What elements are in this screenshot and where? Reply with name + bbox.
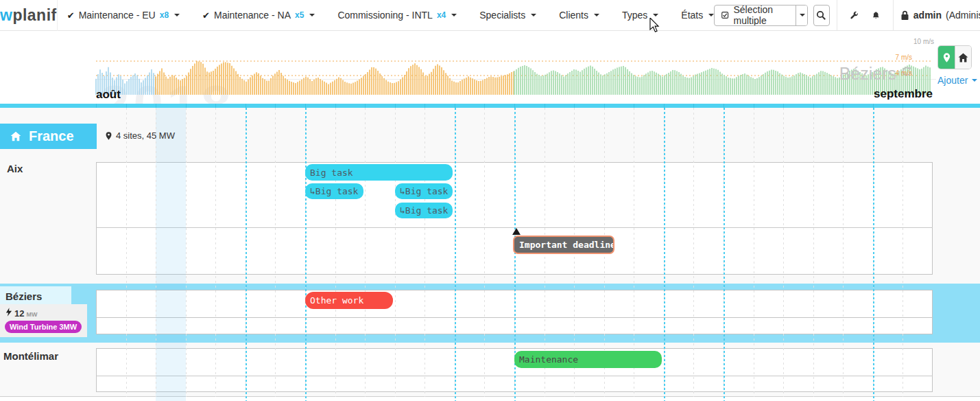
range-bar-tick	[604, 104, 605, 108]
day-grid-line	[813, 108, 814, 397]
station-name: Béziers	[839, 64, 896, 83]
task-big-sub-2[interactable]: ↳Big task	[395, 183, 453, 199]
add-label: Ajouter	[937, 75, 968, 86]
timeline-header: 2018 Béziers 10 m/s 7 m/s 4 m/s août sep…	[0, 31, 980, 108]
home-view-button[interactable]	[955, 46, 971, 69]
task-maintenance[interactable]: Maintenance	[514, 351, 662, 368]
weekend-guide-line	[873, 108, 874, 401]
bell-icon[interactable]	[872, 10, 880, 21]
map-view-button[interactable]	[938, 46, 955, 69]
nav-menu-label: Clients	[559, 10, 588, 21]
nav-menu-label: Maintenance - NA	[214, 10, 291, 21]
chevron-down-icon	[800, 14, 805, 16]
day-grid-line	[335, 108, 336, 397]
day-grid-line	[783, 108, 784, 397]
range-bar-tick	[335, 104, 336, 108]
search-button[interactable]	[813, 5, 830, 26]
nav-menu-clients[interactable]: Clients	[559, 10, 599, 21]
task-big-parent[interactable]: Big task	[305, 164, 453, 181]
task-big-sub-3[interactable]: ↳Big task	[395, 203, 453, 218]
range-bar-tick	[693, 104, 694, 108]
map-pin-icon	[105, 131, 112, 141]
nav-menu-label: Specialists	[479, 10, 525, 21]
task-big-sub-1[interactable]: ↳Big task	[305, 183, 363, 199]
range-bar-tick	[903, 104, 903, 108]
range-bar-tick	[156, 104, 156, 108]
app-logo[interactable]: wplanif	[0, 0, 58, 31]
nav-menu-specialists[interactable]: Specialists	[479, 10, 536, 21]
navbar: wplanif ✔Maintenance - EUx8✔Maintenance …	[0, 0, 980, 31]
add-button[interactable]: Ajouter	[937, 75, 977, 86]
group-summary: 4 sites, 45 MW	[105, 130, 175, 141]
nav-menu-label: États	[681, 10, 703, 21]
range-bar-tick	[484, 104, 485, 108]
chevron-down-icon	[451, 14, 457, 16]
weekend-guide-line	[305, 108, 307, 401]
nav-menu-count: x5	[295, 10, 304, 20]
chevron-down-icon	[708, 14, 714, 16]
group-header-france[interactable]: France	[0, 124, 97, 149]
nav-menu--tats[interactable]: États	[681, 10, 714, 21]
day-grid-line	[156, 108, 156, 397]
day-grid-line	[484, 108, 485, 397]
turbine-type-badge[interactable]: Wind Turbine 3MW	[5, 321, 82, 333]
deadline-marker-icon	[512, 228, 521, 235]
map-pin-icon	[942, 52, 951, 63]
day-grid-line	[903, 108, 903, 397]
row-title-beziers: Béziers	[5, 290, 42, 302]
nav-menus: ✔Maintenance - EUx8✔Maintenance - NAx5Co…	[67, 10, 714, 21]
range-bar-tick	[514, 104, 515, 108]
multi-select-label: Sélection multiple	[734, 5, 789, 26]
nav-divider	[837, 0, 837, 30]
group-name: France	[29, 128, 74, 144]
logo-rest: planif	[12, 6, 56, 25]
capacity-value: 12	[14, 308, 24, 319]
range-bar-tick	[215, 104, 216, 108]
day-grid-line	[275, 108, 276, 397]
timeline-range-bar[interactable]	[0, 104, 980, 108]
range-bar-tick	[246, 104, 246, 108]
nav-menu-commissioning-intl[interactable]: Commissioning - INTLx4	[337, 10, 457, 21]
nav-menu-maintenance-na[interactable]: ✔Maintenance - NAx5	[202, 10, 315, 21]
chevron-down-icon	[972, 79, 977, 82]
day-grid-line	[126, 108, 127, 397]
range-bar-tick	[365, 104, 366, 108]
day-grid-line	[395, 108, 396, 397]
range-bar-tick	[455, 104, 455, 108]
range-bar-tick	[664, 104, 665, 108]
checkbox-checked-icon	[721, 10, 728, 20]
month-label-august: août	[96, 88, 121, 102]
range-bar-tick	[275, 104, 276, 108]
range-bar-tick	[754, 104, 754, 108]
multi-select-split-button: Sélection multiple	[714, 5, 808, 26]
nav-menu-maintenance-eu[interactable]: ✔Maintenance - EUx8	[67, 10, 180, 21]
task-important-deadline[interactable]: Important deadline	[513, 236, 614, 254]
nav-divider	[893, 0, 894, 30]
wrench-icon[interactable]	[850, 10, 859, 21]
range-bar-tick	[574, 104, 575, 108]
today-column-highlight	[156, 108, 186, 401]
user-menu[interactable]: admin (Administrator)	[900, 10, 980, 21]
observed-wind	[156, 61, 514, 95]
weekend-guide-line	[664, 108, 665, 401]
wplanif-app: wplanif ✔Maintenance - EUx8✔Maintenance …	[0, 0, 980, 401]
month-label-september: septembre	[874, 87, 933, 101]
task-other-work[interactable]: Other work	[305, 292, 393, 309]
chevron-down-icon	[594, 14, 599, 16]
range-bar-tick	[873, 104, 874, 108]
range-bar-tick	[126, 104, 127, 108]
chevron-down-icon	[309, 14, 315, 16]
home-icon	[10, 131, 21, 141]
range-bar-tick	[783, 104, 784, 108]
nav-menu-count: x4	[437, 10, 446, 20]
row-title-aix: Aix	[7, 163, 23, 174]
check-icon: ✔	[202, 10, 210, 21]
logo-w: w	[0, 6, 12, 25]
multi-select-caret-button[interactable]	[796, 5, 807, 26]
map-home-button-group	[938, 46, 971, 69]
day-grid-line	[365, 108, 366, 397]
wind-speed-chart	[0, 31, 980, 108]
home-icon	[958, 53, 968, 62]
multi-select-button[interactable]: Sélection multiple	[715, 5, 796, 26]
chevron-down-icon	[653, 14, 658, 16]
